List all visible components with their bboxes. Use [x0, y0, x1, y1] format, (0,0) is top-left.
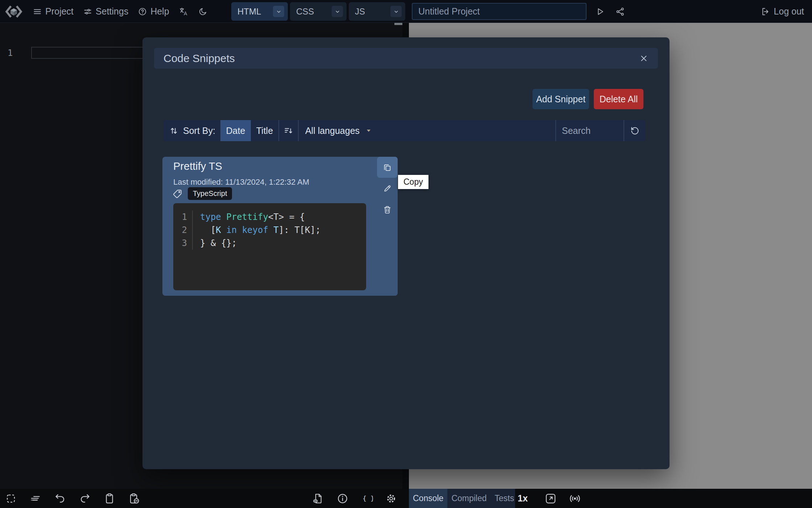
status-bar: { } Console Compiled Tests 1x [0, 489, 812, 508]
statusbar-center-tools: { } [312, 489, 397, 508]
console-tab-bar: Console Compiled Tests [409, 489, 515, 508]
sort-descending-icon [283, 126, 293, 136]
external-resources-button[interactable] [312, 492, 324, 505]
clipboard-icon [103, 492, 116, 505]
modal-title: Code Snippets [163, 52, 235, 65]
sort-arrows-icon [169, 126, 179, 136]
project-menu[interactable]: Project [33, 6, 74, 17]
chevron-down-icon [276, 8, 282, 15]
snippet-actions-column [377, 157, 398, 296]
braces-icon: { } [361, 492, 373, 505]
editor-settings-button[interactable] [385, 492, 397, 505]
top-toolbar: Project Settings Help A [0, 0, 812, 23]
format-code-button[interactable] [29, 492, 42, 505]
code-line: 2 [K in keyof T]: T[K]; [173, 224, 366, 237]
redo-icon [79, 492, 91, 505]
svg-text:{ }: { } [362, 495, 373, 502]
tab-console[interactable]: Console [409, 489, 447, 508]
project-info-button[interactable] [336, 492, 349, 505]
copy-icon [382, 163, 392, 172]
project-title-input[interactable] [412, 3, 587, 20]
snippet-card[interactable]: Prettify TS Last modified: 11/13/2024, 1… [162, 157, 398, 296]
tab-js[interactable]: JS [349, 2, 405, 21]
code-line: 3} & {}; [173, 237, 366, 250]
tab-html-label: HTML [237, 7, 261, 17]
settings-menu-label: Settings [96, 6, 128, 17]
hamburger-menu-icon [33, 7, 42, 16]
tab-html[interactable]: HTML [231, 2, 288, 21]
format-lines-icon [29, 492, 42, 505]
clipboard-minus-icon [128, 492, 140, 505]
snippet-title: Prettify TS [173, 160, 222, 172]
open-result-window-button[interactable] [544, 492, 557, 505]
paste-snippet-button[interactable] [128, 492, 140, 505]
reset-filters-button[interactable] [624, 120, 645, 141]
broadcast-button[interactable] [568, 492, 582, 505]
html-language-dropdown[interactable] [273, 6, 284, 17]
toolbar-left-group: Project Settings Help A [4, 0, 208, 23]
info-icon [336, 492, 349, 505]
copy-snippet-button[interactable] [377, 157, 398, 178]
language-filter-value: All languages [305, 126, 360, 136]
snippet-search-input[interactable] [556, 120, 624, 141]
sort-by-title-button[interactable]: Title [251, 120, 278, 141]
language-badge: TypeScript [188, 187, 232, 200]
trash-icon [382, 205, 392, 214]
edit-snippet-button[interactable] [377, 178, 398, 199]
language-filter-select[interactable]: All languages [299, 120, 379, 141]
close-icon[interactable] [638, 52, 650, 65]
code-line-text: } & {}; [192, 237, 237, 250]
code-line: 1type Prettify<T> = { [173, 210, 366, 224]
css-language-dropdown[interactable] [332, 6, 343, 17]
caret-down-icon [365, 127, 373, 135]
snippets-sort-toolbar: Sort By: Date Title All languages [163, 120, 645, 141]
code-line-number: 2 [173, 225, 192, 235]
copy-code-button[interactable] [103, 492, 116, 505]
editor-scrollbar-thumb[interactable] [394, 23, 402, 25]
js-language-dropdown[interactable] [390, 6, 402, 17]
gear-icon [385, 492, 397, 505]
help-icon [138, 7, 147, 16]
select-all-button[interactable] [5, 492, 17, 505]
external-link-icon [544, 492, 557, 505]
logout-button[interactable]: Log out [761, 0, 804, 23]
sort-direction-button[interactable] [279, 120, 298, 141]
tab-css[interactable]: CSS [290, 2, 347, 21]
delete-all-button[interactable]: Delete All [594, 89, 643, 109]
run-play-icon[interactable] [595, 7, 605, 17]
app-logo[interactable] [4, 3, 23, 20]
share-icon[interactable] [615, 7, 625, 17]
sort-by-date-button[interactable]: Date [220, 120, 251, 141]
chevron-down-icon [393, 8, 399, 15]
sort-by-label: Sort By: [183, 126, 215, 136]
undo-icon [54, 492, 66, 505]
sliders-icon [83, 7, 92, 16]
pencil-icon [382, 184, 392, 193]
project-menu-label: Project [45, 6, 74, 17]
code-line-number: 1 [173, 212, 192, 222]
help-menu-label: Help [150, 6, 169, 17]
logout-label: Log out [774, 6, 804, 17]
app-window: Project Settings Help A [0, 0, 812, 508]
code-line-text: type Prettify<T> = { [192, 210, 305, 224]
file-link-icon [312, 492, 324, 505]
modal-header: Code Snippets [154, 48, 658, 69]
add-snippet-button[interactable]: Add Snippet [533, 89, 589, 109]
broadcast-icon [568, 492, 582, 505]
tab-tests[interactable]: Tests [491, 489, 518, 508]
statusbar-right-tools [544, 489, 582, 508]
tab-compiled[interactable]: Compiled [447, 489, 490, 508]
settings-menu[interactable]: Settings [83, 6, 128, 17]
snippet-last-modified: Last modified: 11/13/2024, 1:22:32 AM [173, 177, 309, 187]
copy-tooltip: Copy [398, 175, 428, 189]
dark-mode-moon-icon[interactable] [198, 7, 208, 16]
redo-button[interactable] [79, 492, 91, 505]
help-menu[interactable]: Help [138, 6, 169, 17]
result-zoom-button[interactable]: 1x [518, 489, 528, 508]
undo-button[interactable] [54, 492, 66, 505]
delete-snippet-button[interactable] [377, 199, 398, 220]
custom-settings-button[interactable]: { } [361, 492, 373, 505]
translate-icon[interactable]: A [179, 7, 189, 17]
reset-rotate-icon [630, 126, 640, 136]
statusbar-left-tools [5, 489, 140, 508]
